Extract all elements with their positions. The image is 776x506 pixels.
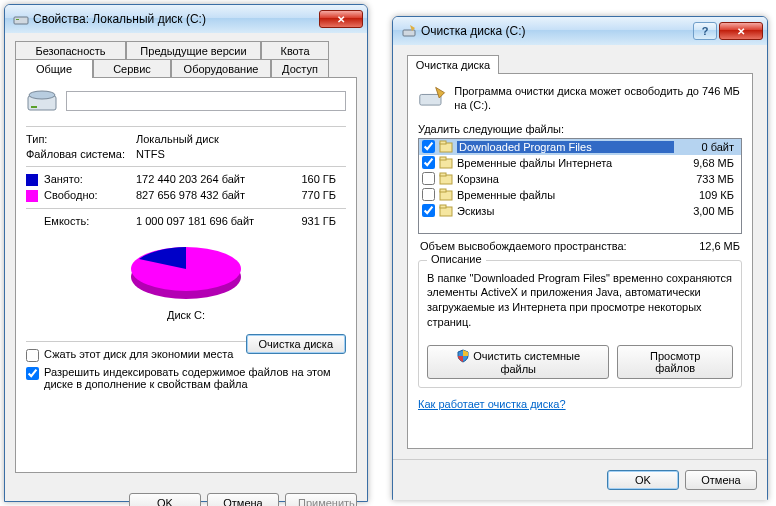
file-name: Временные файлы Интернета	[457, 157, 674, 169]
free-label: Свободно:	[44, 189, 98, 201]
file-checkbox[interactable]	[422, 172, 435, 185]
used-gb: 160 ГБ	[281, 173, 336, 186]
file-checkbox[interactable]	[422, 204, 435, 217]
file-size: 733 МБ	[678, 173, 738, 185]
ok-button[interactable]: OK	[607, 470, 679, 490]
type-label: Тип:	[26, 133, 136, 145]
fs-label: Файловая система:	[26, 148, 136, 160]
cleanup-window: Очистка диска (C:) ? ✕ Очистка диска Про…	[392, 16, 768, 500]
dialog-footer: OK Отмена	[393, 459, 767, 500]
svg-rect-8	[420, 94, 441, 105]
svg-rect-10	[440, 141, 446, 144]
file-list[interactable]: Downloaded Program Files0 байтВременные …	[418, 138, 742, 234]
description-text: В папке "Downloaded Program Files" време…	[427, 271, 733, 331]
free-gb: 770 ГБ	[281, 189, 336, 202]
cap-bytes: 1 000 097 181 696 байт	[136, 215, 281, 227]
close-button[interactable]: ✕	[719, 22, 763, 40]
drive-icon	[13, 11, 29, 27]
svg-rect-12	[440, 157, 446, 160]
tabs-row-bottom: Общие Сервис Оборудование Доступ	[15, 59, 357, 78]
svg-rect-0	[14, 17, 28, 24]
drive-large-icon	[26, 88, 58, 114]
file-type-icon	[439, 204, 453, 218]
index-checkbox[interactable]	[26, 367, 39, 380]
file-row[interactable]: Временные файлы109 КБ	[419, 187, 741, 203]
file-name: Корзина	[457, 173, 674, 185]
svg-rect-7	[403, 30, 415, 36]
tab-tools[interactable]: Сервис	[93, 59, 171, 78]
ok-button[interactable]: OK	[129, 493, 201, 506]
properties-window: Свойства: Локальный диск (C:) ✕ Безопасн…	[4, 4, 368, 502]
file-row[interactable]: Downloaded Program Files0 байт	[419, 139, 741, 155]
svg-rect-16	[440, 189, 446, 192]
info-text: Программа очистки диска может освободить…	[454, 84, 742, 113]
clean-system-files-button[interactable]: Очистить системные файлы	[427, 345, 609, 379]
file-size: 3,00 МБ	[678, 205, 738, 217]
file-checkbox[interactable]	[422, 188, 435, 201]
fs-value: NTFS	[136, 148, 165, 160]
free-bytes: 827 656 978 432 байт	[136, 189, 281, 202]
cleanup-icon	[401, 23, 417, 39]
window-title: Очистка диска (C:)	[421, 24, 693, 38]
file-name: Эскизы	[457, 205, 674, 217]
dialog-footer: OK Отмена Применить	[5, 483, 367, 506]
used-label: Занято:	[44, 173, 83, 185]
view-files-button[interactable]: Просмотр файлов	[617, 345, 733, 379]
svg-point-4	[29, 91, 55, 99]
tab-content: Тип:Локальный диск Файловая система:NTFS…	[15, 77, 357, 473]
svg-rect-1	[16, 19, 19, 20]
disk-cleanup-button[interactable]: Очистка диска	[246, 334, 346, 354]
tab-general[interactable]: Общие	[15, 59, 93, 78]
total-value: 12,6 МБ	[699, 240, 740, 252]
tab-quota[interactable]: Квота	[261, 41, 329, 60]
cleanup-large-icon	[418, 84, 446, 112]
tab-content: Программа очистки диска может освободить…	[407, 73, 753, 449]
svg-rect-18	[440, 205, 446, 208]
file-name: Downloaded Program Files	[457, 141, 674, 153]
disk-label: Диск C:	[26, 309, 346, 321]
free-swatch	[26, 190, 38, 202]
cancel-button[interactable]: Отмена	[207, 493, 279, 506]
volume-label-input[interactable]	[66, 91, 346, 111]
file-row[interactable]: Корзина733 МБ	[419, 171, 741, 187]
file-name: Временные файлы	[457, 189, 674, 201]
file-row[interactable]: Временные файлы Интернета9,68 МБ	[419, 155, 741, 171]
help-button[interactable]: ?	[693, 22, 717, 40]
total-label: Объем высвобождаемого пространства:	[420, 240, 627, 252]
file-checkbox[interactable]	[422, 156, 435, 169]
file-row[interactable]: Эскизы3,00 МБ	[419, 203, 741, 219]
index-label: Разрешить индексировать содержимое файло…	[44, 366, 346, 390]
how-it-works-link[interactable]: Как работает очистка диска?	[418, 398, 566, 410]
shield-icon	[456, 349, 470, 363]
file-type-icon	[439, 140, 453, 154]
description-group: Описание В папке "Downloaded Program Fil…	[418, 260, 742, 388]
cap-label: Емкость:	[26, 215, 136, 227]
titlebar[interactable]: Очистка диска (C:) ? ✕	[393, 17, 767, 45]
titlebar[interactable]: Свойства: Локальный диск (C:) ✕	[5, 5, 367, 33]
used-bytes: 172 440 203 264 байт	[136, 173, 281, 186]
window-title: Свойства: Локальный диск (C:)	[33, 12, 319, 26]
compress-checkbox[interactable]	[26, 349, 39, 362]
cancel-button[interactable]: Отмена	[685, 470, 757, 490]
pie-chart	[121, 237, 251, 307]
close-button[interactable]: ✕	[319, 10, 363, 28]
delete-label: Удалить следующие файлы:	[418, 123, 742, 135]
tab-previous-versions[interactable]: Предыдущие версии	[126, 41, 261, 60]
file-size: 109 КБ	[678, 189, 738, 201]
cap-gb: 931 ГБ	[281, 215, 336, 227]
file-type-icon	[439, 172, 453, 186]
apply-button[interactable]: Применить	[285, 493, 357, 506]
type-value: Локальный диск	[136, 133, 219, 145]
file-type-icon	[439, 188, 453, 202]
file-checkbox[interactable]	[422, 140, 435, 153]
svg-rect-3	[31, 106, 37, 108]
description-title: Описание	[427, 253, 486, 265]
file-size: 9,68 МБ	[678, 157, 738, 169]
tab-cleanup[interactable]: Очистка диска	[407, 55, 499, 74]
tab-security[interactable]: Безопасность	[15, 41, 126, 60]
tab-sharing[interactable]: Доступ	[271, 59, 329, 78]
used-swatch	[26, 174, 38, 186]
svg-rect-14	[440, 173, 446, 176]
compress-label: Сжать этот диск для экономии места	[44, 348, 233, 360]
tab-hardware[interactable]: Оборудование	[171, 59, 271, 78]
